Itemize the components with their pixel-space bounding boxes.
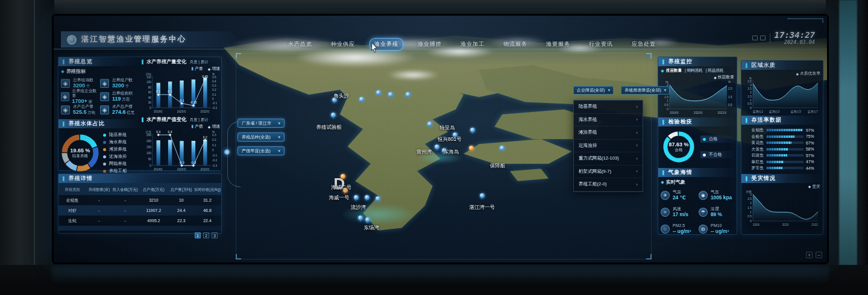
nav-tab[interactable]: 物流服务 <box>499 39 532 50</box>
bar-track <box>766 135 804 138</box>
map-pin[interactable] <box>376 196 380 201</box>
bar-track <box>766 161 804 163</box>
nav-tab[interactable]: 渔业捕捞 <box>414 39 446 50</box>
weather-item: ☂湿度89 % <box>699 204 734 220</box>
stats-grid: ◈总养殖场数3200 个◈总养殖户数3200 个◈总养殖企业数量1700+ 家◈… <box>58 75 139 117</box>
zoom-in-icon[interactable]: + <box>806 252 813 258</box>
species-filter-button[interactable]: 养殖品种(全选)▾ <box>237 132 285 141</box>
bar-track <box>766 154 804 157</box>
monitor-tab[interactable]: | 药品消耗 <box>706 68 724 73</box>
map-label: 保障船 <box>490 163 506 170</box>
svg-text:150: 150 <box>146 146 151 149</box>
svg-text:-0.1: -0.1 <box>212 102 218 105</box>
legend-item: ◆增速 <box>208 66 220 72</box>
legend-dot-icon <box>103 155 106 158</box>
pagination-page[interactable]: 3 <box>212 232 218 238</box>
settings-icon[interactable] <box>752 36 758 40</box>
survival-bar-row: 黄花鱼67% <box>744 140 819 146</box>
nav-tab[interactable]: 渔资服务 <box>542 39 574 50</box>
svg-text:3: 3 <box>750 84 752 87</box>
survival-bar-row: 大黄鱼58% <box>744 146 819 153</box>
value-filter-button[interactable]: 产值年度(全选)▾ <box>237 146 285 155</box>
legend-quality: ◆水质优良率 <box>741 70 820 76</box>
diamond-icon: ◆ <box>796 72 799 76</box>
legend-dot-icon <box>103 163 106 166</box>
map-pin[interactable] <box>359 97 364 102</box>
stat-icon: ◈ <box>61 92 69 101</box>
table-header-cell: 实时价格(元/kg) <box>193 187 221 191</box>
nav-tab[interactable]: 渔业加工 <box>456 39 489 50</box>
svg-text:2.5: 2.5 <box>747 197 752 200</box>
weather-item: ≈风速17 m/s <box>661 204 696 220</box>
map-label: 湛江湾一号 <box>470 204 495 211</box>
legend-item: 陆基养殖 <box>103 131 138 138</box>
svg-text:0.1: 0.1 <box>156 90 160 93</box>
dropdown-item[interactable]: 重力式网箱(12-103)› <box>574 152 643 166</box>
dropdown-item[interactable]: 陆基养殖› <box>574 101 643 114</box>
svg-text:2: 2 <box>750 202 752 205</box>
map-label: 雷州湾 <box>417 149 432 156</box>
map-filters: 广东省 / 湛江市▾养殖品种(全选)▾产值年度(全选)▾ <box>237 119 285 155</box>
map-pin[interactable] <box>406 92 410 97</box>
survival-bar-row: 金鲳鱼97% <box>744 127 819 134</box>
chart-period-tabs[interactable]: 月度 | 累计 <box>189 60 208 65</box>
diamond-icon: ◆ <box>808 184 811 188</box>
legend-dot-icon <box>703 154 706 157</box>
monitor-tab[interactable]: | 饲料消耗 <box>685 68 703 73</box>
svg-text:1.5: 1.5 <box>728 96 732 99</box>
legend-dot-icon <box>103 141 106 144</box>
usage-filter-select[interactable]: 养殖用途筛选(全部)▾ <box>621 86 670 95</box>
disaster-chart: 00.511.522.53次数201820202022 <box>743 190 822 227</box>
map-label: 海威一号 <box>329 194 349 202</box>
dropdown-item[interactable]: 养殖工船(2-0)› <box>574 178 643 191</box>
svg-text:2022年: 2022年 <box>201 110 210 113</box>
region-filter-button[interactable]: 广东省 / 湛江市▾ <box>237 119 285 128</box>
fullscreen-icon[interactable] <box>760 36 766 40</box>
weather-value: 89 % <box>711 211 722 217</box>
chart-period-tabs[interactable]: 月度 | 累计 <box>189 117 208 123</box>
map-pin[interactable] <box>365 195 370 200</box>
weather-label: PM10 <box>711 223 729 229</box>
dropdown-item[interactable]: 滩涂养殖› <box>574 126 643 140</box>
svg-text:0: 0 <box>212 149 214 152</box>
bar-track <box>766 167 804 169</box>
nav-tab[interactable]: 水产总览 <box>284 39 316 50</box>
mouse-cursor-icon <box>370 42 379 53</box>
weather-label: 气压 <box>711 190 732 195</box>
dropdown-item[interactable]: 桁架式网箱(9-7)› <box>574 166 643 179</box>
weather-label: 湿度 <box>711 206 722 212</box>
svg-text:250: 250 <box>146 134 151 137</box>
app-logo-icon <box>67 35 77 45</box>
svg-text:%: % <box>212 73 215 76</box>
nav-tab[interactable]: 种业供应 <box>327 39 359 50</box>
dropdown-item[interactable]: 海水养殖› <box>574 114 643 127</box>
pagination-page[interactable]: 2 <box>203 232 209 238</box>
table-header-cell: 养殖类别 <box>58 187 86 191</box>
table-header-row: 养殖类别养殖数量(家)投入金额(万元)总产值(万元)总产量(万吨)实时价格(元/… <box>58 183 221 195</box>
nav-tab[interactable]: 行业资讯 <box>585 39 617 50</box>
stat-value: 119 万亩 <box>112 96 133 102</box>
map-pin[interactable] <box>469 146 474 151</box>
svg-text:0.1: 0.1 <box>212 144 216 147</box>
donut-center-label: 陆基养殖 <box>72 154 88 159</box>
map-pin[interactable] <box>500 146 505 151</box>
pagination-page[interactable]: 1 <box>195 232 201 238</box>
svg-text:2.5: 2.5 <box>747 87 752 90</box>
section-header-survival: ❚存活率数据 <box>741 116 823 125</box>
survival-bar-row: 罗非鱼44% <box>744 165 819 172</box>
monitor-tab[interactable]: 投苗数量 <box>666 68 682 73</box>
table-row: 金鲳鱼--32101031.2 <box>58 195 221 205</box>
zoom-out-icon[interactable]: − <box>816 252 822 258</box>
nav-tab[interactable]: 应急处置 <box>627 39 660 50</box>
enterprise-filter-select[interactable]: 企业筛选(全部)▾ <box>573 86 614 95</box>
svg-text:-0.1: -0.1 <box>212 154 218 157</box>
dropdown-item[interactable]: 近海渔排› <box>574 140 643 153</box>
svg-text:0.5: 0.5 <box>747 215 752 218</box>
svg-text:吨: 吨 <box>665 81 668 84</box>
svg-text:-0.15: -0.15 <box>190 101 197 104</box>
svg-text:0.4: 0.4 <box>212 80 216 83</box>
map-pin[interactable] <box>427 122 432 126</box>
map-pin[interactable] <box>354 195 359 200</box>
map-pin[interactable] <box>358 216 363 220</box>
map-zoom-controls: + − <box>806 252 822 258</box>
